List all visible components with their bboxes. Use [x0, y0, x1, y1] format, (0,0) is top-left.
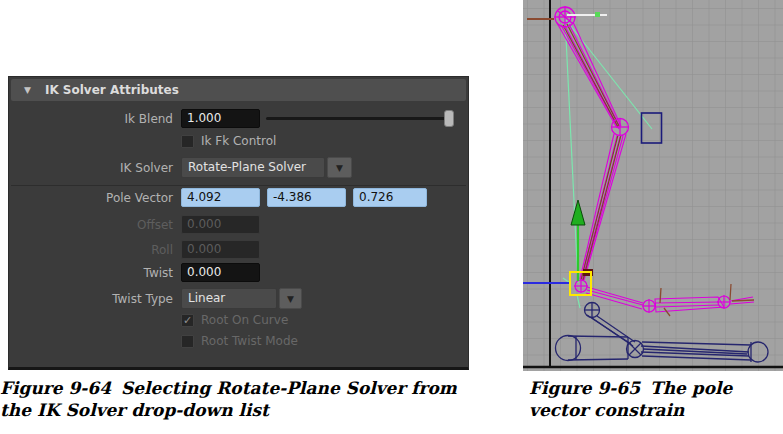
ik-fk-control-label: Ik Fk Control	[201, 134, 276, 148]
maya-viewport[interactable]	[523, 0, 783, 371]
row-offset: Offset 0.000	[9, 215, 260, 234]
row-root-on-curve: ✓ Root On Curve	[9, 313, 288, 327]
twist-type-label: Twist Type	[9, 292, 181, 306]
ik-solver-dropdown-arrow-icon[interactable]: ▼	[327, 157, 352, 178]
pole-vector-z-field[interactable]: 0.726	[353, 188, 427, 207]
row-ik-solver: IK Solver Rotate-Plane Solver ▼	[9, 157, 352, 178]
row-ik-fk-control: Ik Fk Control	[9, 134, 276, 148]
elbow-joint	[611, 118, 629, 136]
ik-solver-attributes-panel: ▼ IK Solver Attributes Ik Blend 1.000 Ik…	[8, 76, 469, 370]
pole-vector-label: Pole Vector	[9, 191, 181, 205]
roll-label: Roll	[9, 243, 181, 257]
ik-solver-dropdown[interactable]: Rotate-Plane Solver	[181, 157, 325, 178]
root-on-curve-checkbox: ✓	[181, 314, 194, 327]
hip-joint	[584, 302, 600, 318]
row-pole-vector: Pole Vector 4.092 -4.386 0.726	[9, 188, 434, 207]
twist-type-dropdown[interactable]: Linear	[181, 288, 277, 309]
page: ▼ IK Solver Attributes Ik Blend 1.000 Ik…	[0, 0, 783, 434]
twist-type-dropdown-arrow-icon[interactable]: ▼	[279, 288, 302, 309]
pole-vector-y-field[interactable]: -4.386	[267, 188, 346, 207]
row-roll: Roll 0.000	[9, 240, 260, 259]
green-dot	[595, 12, 600, 17]
pole-vector-x-field[interactable]: 4.092	[181, 188, 260, 207]
row-twist-type: Twist Type Linear ▼	[9, 288, 302, 309]
caption-figure-9-64: Figure 9-64Selecting Rotate-Plane Solver…	[0, 377, 478, 421]
twist-label: Twist	[9, 266, 181, 280]
root-twist-mode-checkbox	[181, 335, 194, 348]
check-icon: ✓	[183, 315, 192, 326]
ik-blend-field[interactable]: 1.000	[181, 109, 260, 128]
root-twist-mode-label: Root Twist Mode	[201, 334, 298, 348]
ik-blend-label: Ik Blend	[9, 112, 181, 126]
panel-header-ik-solver-attributes[interactable]: ▼ IK Solver Attributes	[11, 79, 466, 101]
ik-solver-label: IK Solver	[9, 161, 181, 175]
figure-number: Figure 9-64	[0, 378, 111, 398]
offset-field: 0.000	[181, 215, 260, 234]
row-root-twist-mode: Root Twist Mode	[9, 334, 298, 348]
offset-label: Offset	[9, 218, 181, 232]
collapse-triangle-icon[interactable]: ▼	[24, 85, 31, 95]
root-on-curve-label: Root On Curve	[201, 313, 288, 327]
viewport-grid	[523, 0, 783, 371]
roll-field: 0.000	[181, 240, 260, 259]
ik-blend-slider-handle[interactable]	[444, 110, 454, 127]
figure-number: Figure 9-65	[529, 378, 640, 398]
row-twist: Twist 0.000	[9, 263, 260, 282]
separator	[11, 185, 466, 186]
caption-figure-9-65: Figure 9-65The pole vector constrain	[529, 377, 775, 421]
ik-blend-slider[interactable]	[266, 117, 454, 120]
ik-fk-control-checkbox[interactable]	[181, 135, 194, 148]
twist-field[interactable]: 0.000	[181, 263, 260, 282]
row-ik-blend: Ik Blend 1.000	[9, 109, 464, 128]
panel-title: IK Solver Attributes	[45, 83, 179, 97]
